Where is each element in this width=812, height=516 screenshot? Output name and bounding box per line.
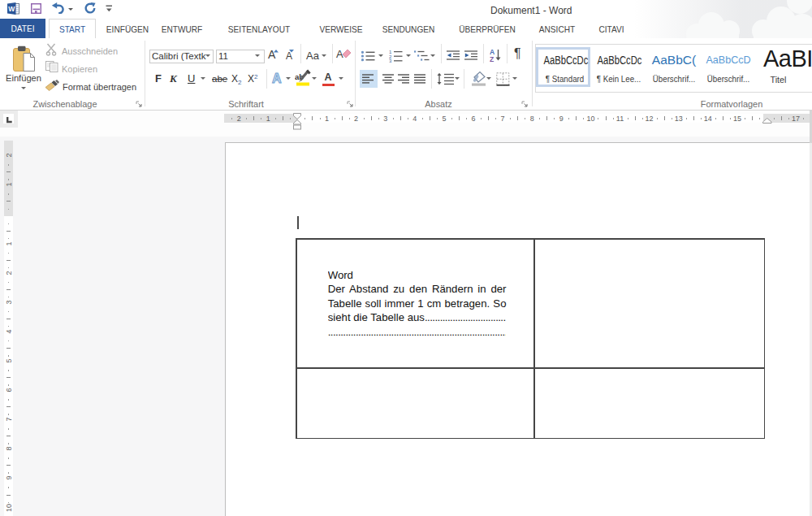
svg-text:3: 3 [389,59,392,63]
svg-text:A: A [272,72,282,85]
svg-text:Z: Z [490,55,494,63]
